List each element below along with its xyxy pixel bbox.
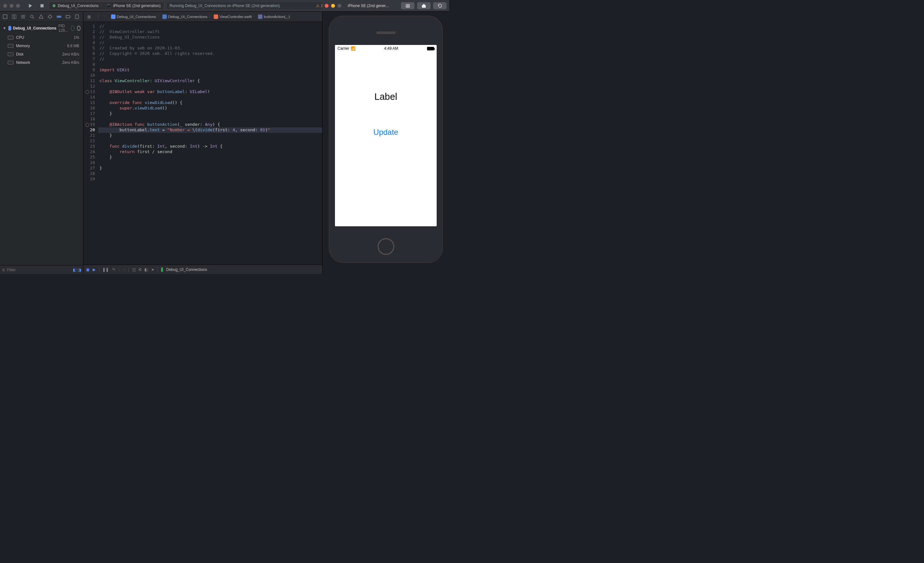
simulator-titlebar: iPhone SE (2nd gener... (322, 0, 449, 12)
step-over-icon[interactable]: ↷ (112, 267, 115, 272)
debug-navigator-tree: ▼ Debug_UI_Connections PID 129... CPU1%M… (0, 22, 83, 265)
rotate-button[interactable] (433, 2, 447, 9)
status-text: Running Debug_UI_Connections on iPhone S… (170, 3, 280, 8)
svg-line-8 (33, 17, 34, 19)
xcproj-icon (111, 15, 116, 19)
navigator-tabs (0, 12, 83, 22)
resource-row[interactable]: DiskZero KB/s (0, 50, 83, 59)
update-button[interactable]: Update (335, 128, 436, 137)
device-name: iPhone SE (2nd generation) (113, 3, 160, 8)
breadcrumb-item[interactable]: ViewController.swift (214, 15, 252, 19)
resource-name: CPU (16, 35, 24, 40)
scheme-name: Debug_UI_Connections (58, 3, 99, 8)
resource-value: 9.8 MB (67, 44, 79, 48)
svg-rect-5 (12, 15, 14, 19)
folder-icon (162, 15, 167, 19)
window-traffic-lights[interactable] (3, 4, 20, 8)
svg-marker-0 (29, 4, 32, 8)
pause-icon[interactable]: ❚❚ (102, 267, 109, 272)
svg-rect-12 (75, 15, 79, 19)
gauge-icon (8, 61, 14, 65)
hide-debug-icon[interactable]: ▣ (86, 267, 90, 272)
resource-row[interactable]: Memory9.8 MB (0, 42, 83, 50)
resource-name: Network (16, 60, 30, 65)
profile-icon (77, 26, 81, 31)
wifi-icon (351, 46, 356, 51)
ios-time: 4:49 AM (384, 46, 398, 51)
view-debug-icon[interactable]: ◫ (132, 267, 136, 272)
filter-scope2-icon[interactable]: ◨ (78, 268, 81, 272)
breadcrumb-item[interactable]: Debug_UI_Connections (111, 15, 156, 19)
svg-point-2 (407, 5, 409, 7)
forward-button[interactable]: 〉 (103, 14, 108, 19)
sim-traffic-lights[interactable] (325, 4, 341, 8)
resource-name: Memory (16, 44, 30, 48)
filter-icon[interactable]: ⊕ (2, 268, 5, 272)
run-button[interactable] (26, 2, 35, 10)
breadcrumb-item[interactable]: buttonAction(_:) (258, 15, 290, 19)
env-override-icon[interactable]: ◧ (144, 267, 148, 272)
sim-device-title: iPhone SE (2nd gener... (348, 3, 399, 8)
breadcrumb-item[interactable]: Debug_UI_Connections (162, 15, 207, 19)
gauge-icon (8, 52, 14, 56)
symbol-nav-icon[interactable] (20, 14, 26, 20)
breakpoint-nav-icon[interactable] (65, 14, 71, 20)
navigator-sidebar: ▼ Debug_UI_Connections PID 129... CPU1%M… (0, 12, 83, 274)
ios-status-bar: Carrier 4:49 AM (335, 45, 436, 52)
process-row[interactable]: ▼ Debug_UI_Connections PID 129... (0, 23, 83, 33)
resource-name: Disk (16, 52, 23, 57)
related-items-icon[interactable]: ▦ (86, 15, 92, 19)
simulator-panel: Carrier 4:49 AM Label Update (322, 12, 449, 274)
filter-input[interactable] (7, 268, 71, 272)
step-out-icon[interactable]: ↑ (123, 267, 126, 272)
memory-graph-icon[interactable]: ⑆ (139, 267, 141, 272)
gauge-icon (8, 36, 14, 39)
editor-tabstrip: ▦ 〈 〉 Debug_UI_Connections〉Debug_UI_Conn… (83, 12, 322, 22)
editor-column: ▦ 〈 〉 Debug_UI_Connections〉Debug_UI_Conn… (83, 12, 322, 274)
hardware-home-button[interactable] (378, 238, 394, 255)
location-icon[interactable]: ➤ (151, 267, 154, 272)
resource-row[interactable]: NetworkZero KB/s (0, 59, 83, 67)
issue-nav-icon[interactable] (38, 14, 44, 20)
screenshot-button[interactable] (401, 2, 414, 9)
step-into-icon[interactable]: ↓ (118, 267, 120, 272)
svg-point-7 (30, 15, 33, 18)
swift-icon (214, 15, 218, 19)
iphone-screen[interactable]: Carrier 4:49 AM Label Update (335, 45, 436, 226)
iphone-bezel: Carrier 4:49 AM Label Update (329, 16, 443, 263)
svg-rect-4 (3, 15, 7, 19)
svg-rect-6 (14, 15, 16, 19)
resource-value: Zero KB/s (62, 60, 79, 65)
code-editor[interactable]: 1234567891011121314151617181920212223242… (83, 22, 322, 264)
activity-status: Running Debug_UI_Connections on iPhone S… (166, 2, 327, 10)
gauge-icon (8, 44, 14, 48)
scheme-selector[interactable]: ⚙︎ Debug_UI_Connections 〉 📱 iPhone SE (2… (49, 2, 164, 10)
debug-target[interactable]: Debug_UI_Connections (166, 267, 207, 272)
project-nav-icon[interactable] (2, 14, 8, 20)
resource-value: Zero KB/s (62, 52, 79, 57)
breakpoints-icon[interactable]: ▶ (93, 267, 96, 272)
activity-badge-icon (71, 26, 74, 31)
svg-marker-11 (66, 15, 70, 18)
resource-value: 1% (74, 35, 79, 40)
source-nav-icon[interactable] (11, 14, 17, 20)
report-nav-icon[interactable] (74, 14, 80, 20)
test-nav-icon[interactable] (47, 14, 53, 20)
stop-button[interactable] (37, 2, 47, 10)
filter-bar: ⊕ ◧ ◨ (0, 265, 83, 274)
method-icon (258, 15, 262, 19)
svg-rect-1 (41, 4, 44, 7)
home-button[interactable] (417, 2, 430, 9)
debug-nav-icon[interactable] (56, 14, 62, 20)
resource-row[interactable]: CPU1% (0, 33, 83, 42)
carrier-label: Carrier (338, 46, 350, 51)
ui-label: Label (335, 92, 436, 102)
debug-bar: ▣ ▶ ❚❚ ↷ ↓ ↑ ◫ ⑆ ◧ ➤ Debug_UI_Connection… (83, 264, 322, 274)
back-button[interactable]: 〈 (94, 14, 100, 19)
process-indicator-icon (161, 267, 163, 272)
battery-icon (427, 47, 434, 50)
find-nav-icon[interactable] (29, 14, 35, 20)
filter-scope-icon[interactable]: ◧ (73, 268, 76, 272)
